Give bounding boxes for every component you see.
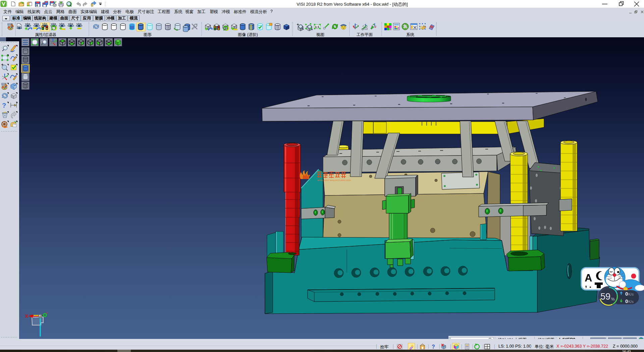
svg-text:%: % [611,297,615,302]
svg-text:59: 59 [600,292,610,302]
svg-text:?: ? [2,102,6,109]
svg-text:K/s: K/s [628,300,634,304]
svg-text:0: 0 [625,298,628,304]
svg-text:INTELLIGENT MANUFACTURING DATA: INTELLIGENT MANUFACTURING DATA [317,179,351,181]
svg-text:K/s: K/s [628,292,634,296]
svg-text:1:1: 1:1 [315,25,319,29]
svg-text:,: , [585,280,587,289]
svg-text:0: 0 [625,291,628,297]
svg-text:?: ? [432,344,435,350]
